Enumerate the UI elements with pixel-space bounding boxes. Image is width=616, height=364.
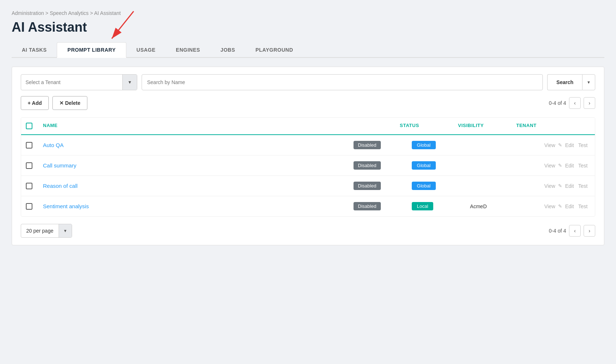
tenant-dropdown-btn[interactable]: ▼ xyxy=(122,75,137,90)
data-table: NAME STATUS VISIBILITY TENANT Auto QA Di… xyxy=(21,117,595,217)
edit-icon: ✎ xyxy=(558,183,562,189)
row-checkbox[interactable] xyxy=(26,183,32,189)
status-badge: Disabled xyxy=(354,161,381,170)
next-page-top[interactable]: › xyxy=(584,97,595,109)
row-name-link[interactable]: Sentiment analysis xyxy=(43,203,89,209)
edit-button[interactable]: Edit xyxy=(564,142,575,149)
view-button[interactable]: View xyxy=(543,162,557,169)
per-page-select[interactable]: 20 per page ▼ xyxy=(21,224,72,238)
breadcrumb-admin[interactable]: Administration xyxy=(12,10,44,16)
footer-row: 20 per page ▼ 0-4 of 4 ‹ › xyxy=(21,224,595,238)
table-header: NAME STATUS VISIBILITY TENANT xyxy=(21,118,595,135)
row-name: Sentiment analysis xyxy=(37,197,348,215)
row-name: Auto QA xyxy=(37,136,348,154)
tab-ai-tasks[interactable]: AI TASKS xyxy=(12,42,57,57)
view-button[interactable]: View xyxy=(543,203,557,210)
per-page-label: 20 per page xyxy=(21,228,59,234)
tab-usage[interactable]: USAGE xyxy=(126,42,166,57)
delete-button[interactable]: ✕ Delete xyxy=(52,96,87,110)
action-row: + Add ✕ Delete 0-4 of 4 ‹ › xyxy=(21,96,595,110)
row-visibility: Global xyxy=(406,176,464,196)
row-checkbox-cell xyxy=(21,157,37,175)
row-status: Disabled xyxy=(348,155,406,175)
tenant-select[interactable]: ▼ xyxy=(21,74,137,90)
add-button[interactable]: + Add xyxy=(21,96,49,110)
per-page-dropdown-btn[interactable]: ▼ xyxy=(59,224,72,237)
row-tenant xyxy=(464,180,537,192)
visibility-badge: Global xyxy=(412,182,436,190)
view-button[interactable]: View xyxy=(543,182,557,190)
row-name-link[interactable]: Reason of call xyxy=(43,183,78,189)
col-status: STATUS xyxy=(394,118,452,134)
edit-icon: ✎ xyxy=(558,163,562,168)
row-checkbox-cell xyxy=(21,177,37,195)
row-actions: View ✎ Edit Test xyxy=(537,136,595,155)
edit-button[interactable]: Edit xyxy=(564,162,575,169)
row-actions: View ✎ Edit Test xyxy=(537,197,595,216)
prev-page-bottom[interactable]: ‹ xyxy=(569,225,581,237)
table-row: Auto QA Disabled Global View ✎ Edit Test xyxy=(21,135,595,155)
next-page-bottom[interactable]: › xyxy=(584,225,595,237)
visibility-badge: Local xyxy=(412,202,433,210)
breadcrumb: Administration > Speech Analytics > AI A… xyxy=(12,10,604,16)
row-actions: View ✎ Edit Test xyxy=(537,156,595,175)
status-badge: Disabled xyxy=(354,141,381,149)
row-status: Disabled xyxy=(348,176,406,196)
row-tenant xyxy=(464,160,537,171)
row-visibility: Local xyxy=(406,196,464,216)
breadcrumb-speech[interactable]: Speech Analytics xyxy=(50,10,89,16)
status-badge: Disabled xyxy=(354,202,381,210)
row-visibility: Global xyxy=(406,155,464,175)
row-name-link[interactable]: Call summary xyxy=(43,162,76,169)
row-name: Reason of call xyxy=(37,177,348,195)
view-button[interactable]: View xyxy=(543,142,557,149)
col-name: NAME xyxy=(37,118,394,134)
edit-button[interactable]: Edit xyxy=(564,203,575,210)
test-button[interactable]: Test xyxy=(577,162,589,169)
table-row: Sentiment analysis Disabled Local AcmeD … xyxy=(21,196,595,216)
tab-prompt-library[interactable]: PROMPT LIBRARY xyxy=(57,42,126,58)
search-button[interactable]: Search xyxy=(547,74,582,90)
select-all-checkbox[interactable] xyxy=(26,123,32,129)
search-name-input[interactable] xyxy=(142,74,543,90)
test-button[interactable]: Test xyxy=(577,142,589,149)
filter-row: ▼ Search ▼ xyxy=(21,74,595,90)
test-button[interactable]: Test xyxy=(577,203,589,210)
row-name-link[interactable]: Auto QA xyxy=(43,142,64,148)
tab-engines[interactable]: ENGINES xyxy=(166,42,210,57)
row-actions: View ✎ Edit Test xyxy=(537,177,595,195)
header-checkbox-cell xyxy=(21,118,37,134)
pagination-bottom: 0-4 of 4 ‹ › xyxy=(549,225,595,237)
row-checkbox[interactable] xyxy=(26,203,32,210)
search-dropdown-btn[interactable]: ▼ xyxy=(582,74,595,90)
visibility-badge: Global xyxy=(412,141,436,149)
row-checkbox-cell xyxy=(21,136,37,154)
row-status: Disabled xyxy=(348,196,406,216)
status-badge: Disabled xyxy=(354,182,381,190)
edit-button[interactable]: Edit xyxy=(564,182,575,190)
breadcrumb-current: AI Assistant xyxy=(94,10,121,16)
col-tenant: TENANT xyxy=(510,118,583,134)
row-visibility: Global xyxy=(406,135,464,155)
row-name: Call summary xyxy=(37,157,348,174)
prev-page-top[interactable]: ‹ xyxy=(569,97,581,109)
page-title: AI Assistant xyxy=(12,20,604,35)
action-buttons: + Add ✕ Delete xyxy=(21,96,87,110)
test-button[interactable]: Test xyxy=(577,182,589,190)
visibility-badge: Global xyxy=(412,161,436,170)
col-visibility: VISIBILITY xyxy=(452,118,510,134)
tenant-input[interactable] xyxy=(21,79,122,85)
search-btn-group: Search ▼ xyxy=(547,74,595,90)
pagination-top: 0-4 of 4 ‹ › xyxy=(549,97,595,109)
tab-playground[interactable]: PLAYGROUND xyxy=(245,42,303,57)
edit-icon: ✎ xyxy=(558,142,562,148)
row-checkbox[interactable] xyxy=(26,162,32,169)
table-row: Reason of call Disabled Global View ✎ Ed… xyxy=(21,176,595,196)
row-status: Disabled xyxy=(348,135,406,155)
tab-bar: AI TASKS PROMPT LIBRARY USAGE ENGINES JO… xyxy=(12,42,604,58)
edit-icon: ✎ xyxy=(558,203,562,209)
tab-jobs[interactable]: JOBS xyxy=(210,42,245,57)
row-tenant: AcmeD xyxy=(464,198,537,215)
pagination-count-bottom: 0-4 of 4 xyxy=(549,228,566,234)
row-checkbox[interactable] xyxy=(26,142,32,149)
